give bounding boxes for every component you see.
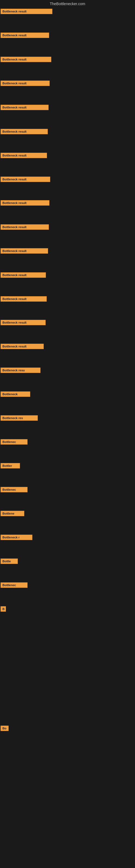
bottleneck-item-13[interactable]: Bottleneck result — [1, 296, 47, 303]
bottleneck-item-15[interactable]: Bottleneck result — [1, 344, 44, 350]
bottleneck-item-21[interactable]: Bottlenec — [1, 487, 28, 493]
bottleneck-badge: Bottlenec — [1, 439, 28, 444]
bottleneck-badge: Bottleneck result — [1, 105, 49, 110]
bottleneck-badge: Bottlenec — [1, 582, 28, 588]
bottleneck-badge: Bottleneck result — [1, 224, 49, 230]
bottleneck-badge: Bottleneck result — [1, 33, 49, 38]
bottleneck-item-22[interactable]: Bottlene — [1, 511, 24, 517]
bottleneck-badge: Bottleneck r — [1, 535, 32, 540]
bottleneck-item-2[interactable]: Bottleneck result — [1, 33, 49, 39]
bottleneck-item-20[interactable]: Bottler — [1, 463, 20, 469]
bottleneck-badge: B — [1, 606, 6, 612]
bottleneck-item-17[interactable]: Bottleneck — [1, 392, 30, 398]
bottleneck-badge: Bottleneck result — [1, 200, 49, 206]
bottleneck-item-8[interactable]: Bottleneck result — [1, 177, 50, 183]
bottleneck-item-19[interactable]: Bottlenec — [1, 439, 28, 446]
bottleneck-item-7[interactable]: Bottleneck result — [1, 153, 47, 159]
bottleneck-badge: Bottleneck result — [1, 248, 48, 254]
bottleneck-badge: Bottleneck res — [1, 415, 38, 421]
bottleneck-item-26[interactable]: B — [1, 606, 6, 613]
bottleneck-item-9[interactable]: Bottleneck result — [1, 200, 49, 207]
bottleneck-item-3[interactable]: Bottleneck result — [1, 57, 51, 63]
bottleneck-badge: Bottleneck result — [1, 81, 50, 86]
bottleneck-item-25[interactable]: Bottlenec — [1, 582, 28, 589]
bottleneck-badge: Bottleneck result — [1, 9, 52, 14]
bottleneck-badge: Bottleneck result — [1, 320, 46, 325]
bottleneck-item-31[interactable]: Bo — [1, 725, 9, 732]
bottleneck-item-23[interactable]: Bottleneck r — [1, 535, 32, 541]
bottleneck-item-12[interactable]: Bottleneck result — [1, 272, 46, 279]
bottleneck-badge: Bottleneck result — [1, 177, 50, 182]
bottleneck-badge: Bottleneck resu — [1, 368, 41, 373]
bottleneck-badge: Bottleneck result — [1, 153, 47, 158]
bottleneck-item-16[interactable]: Bottleneck resu — [1, 368, 41, 374]
bottleneck-badge: Bottleneck result — [1, 296, 47, 302]
site-title: TheBottlenecker.com — [0, 0, 135, 8]
bottleneck-badge: Bottlenec — [1, 487, 28, 492]
bottleneck-item-6[interactable]: Bottleneck result — [1, 129, 48, 135]
bottleneck-item-18[interactable]: Bottleneck res — [1, 415, 38, 422]
bottleneck-badge: Bo — [1, 725, 9, 731]
bottleneck-badge: Bottlene — [1, 511, 24, 516]
bottleneck-item-14[interactable]: Bottleneck result — [1, 320, 46, 326]
bottleneck-badge: Bottleneck result — [1, 272, 46, 278]
bottleneck-badge: Bottleneck result — [1, 344, 44, 349]
bottleneck-item-1[interactable]: Bottleneck result — [1, 9, 52, 15]
bottleneck-badge: Bottler — [1, 463, 20, 468]
bottleneck-item-10[interactable]: Bottleneck result — [1, 224, 49, 231]
bottleneck-badge: Bottleneck result — [1, 57, 51, 62]
bottleneck-item-4[interactable]: Bottleneck result — [1, 81, 50, 87]
bottleneck-item-5[interactable]: Bottleneck result — [1, 105, 49, 111]
bottleneck-badge: Bottle — [1, 558, 18, 564]
bottleneck-badge: Bottleneck result — [1, 129, 48, 134]
bottleneck-item-11[interactable]: Bottleneck result — [1, 248, 48, 255]
bottleneck-badge: Bottleneck — [1, 392, 30, 397]
bottleneck-item-24[interactable]: Bottle — [1, 558, 18, 565]
